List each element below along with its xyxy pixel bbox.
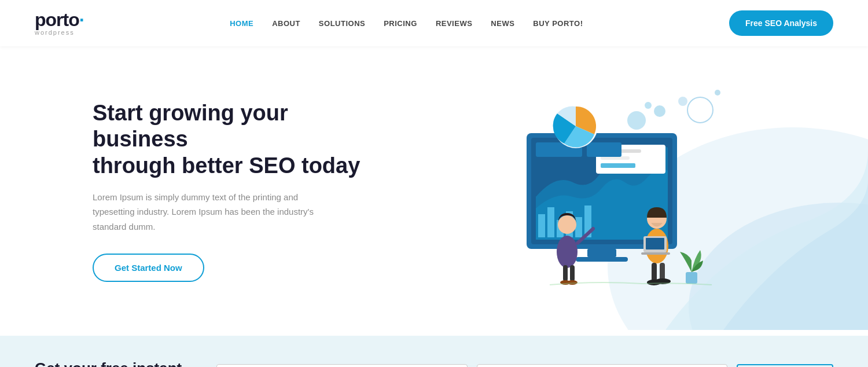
seo-illustration-svg [480,81,723,301]
svg-point-25 [645,102,652,109]
svg-rect-17 [601,163,635,168]
main-nav: HOME ABOUT SOLUTIONS PRICING REVIEWS NEW… [230,19,583,28]
nav-item-pricing[interactable]: PRICING [384,19,417,28]
nav-item-buy[interactable]: BUY PORTO! [533,19,583,28]
svg-point-24 [654,105,665,117]
hero-illustration [370,69,833,313]
hero-content: Start growing your business through bett… [93,100,370,282]
svg-point-26 [557,236,578,268]
hero-title: Start growing your business through bett… [93,100,370,179]
hero-description: Lorem Ipsum is simply dummy text of the … [93,190,324,234]
svg-rect-20 [587,249,616,257]
get-report-button[interactable]: Get your Report [737,364,833,367]
svg-point-27 [558,215,576,234]
svg-rect-37 [641,252,670,255]
svg-rect-8 [538,214,545,237]
nav-item-about[interactable]: ABOUT [272,19,300,28]
header: porto· wordpress HOME ABOUT SOLUTIONS PR… [0,0,868,46]
email-input[interactable] [477,364,728,367]
svg-rect-38 [652,263,657,281]
svg-rect-19 [587,142,621,157]
hero-section: Start growing your business through bett… [0,46,868,336]
logo-text: porto· [35,10,84,29]
audit-section: Get your free instant SEO audit now Get … [0,336,868,367]
get-started-button[interactable]: Get Started Now [93,254,204,282]
logo-dot: · [79,9,84,30]
logo: porto· wordpress [35,10,84,36]
svg-rect-21 [576,257,628,262]
audit-form: Get your Report [216,364,833,367]
website-url-input[interactable] [216,364,468,367]
nav-item-news[interactable]: NEWS [491,19,514,28]
audit-title: Get your free instant SEO audit now [35,359,182,367]
nav-item-reviews[interactable]: REVIEWS [436,19,472,28]
logo-subtitle: wordpress [35,30,75,36]
free-seo-analysis-button[interactable]: Free SEO Analysis [729,10,833,36]
svg-point-23 [627,111,646,130]
nav-item-solutions[interactable]: SOLUTIONS [319,19,365,28]
svg-rect-30 [570,265,575,281]
svg-rect-9 [547,207,554,237]
svg-rect-29 [563,265,568,281]
svg-rect-12 [575,217,582,237]
svg-rect-42 [686,272,697,284]
svg-rect-36 [646,238,664,249]
nav-item-home[interactable]: HOME [230,19,253,28]
